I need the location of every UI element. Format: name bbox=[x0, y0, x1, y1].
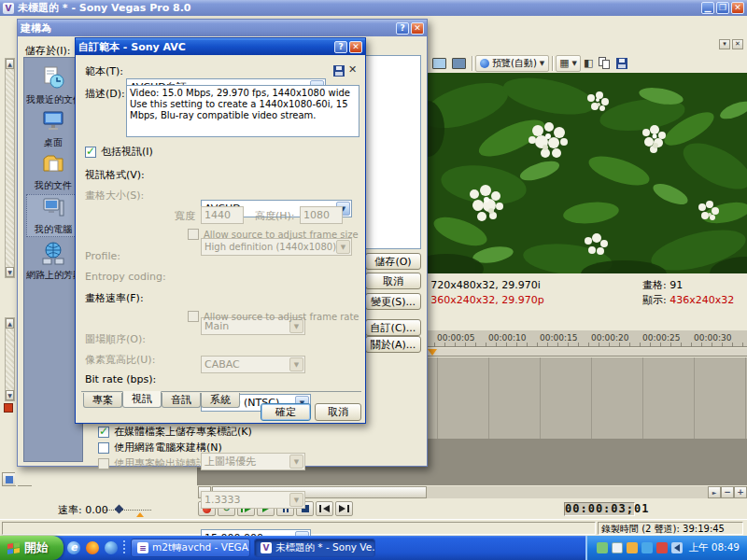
checkbox-icon[interactable] bbox=[98, 442, 109, 454]
ok-button[interactable]: 確定 bbox=[261, 403, 311, 421]
include-video-checkbox[interactable]: 包括視訊(I) bbox=[85, 145, 153, 159]
save-markers-checkbox[interactable]: 在媒體檔案上儲存專案標記(K) bbox=[98, 425, 252, 439]
checkbox-icon[interactable] bbox=[98, 427, 109, 438]
tab-project[interactable]: 專案 bbox=[83, 393, 122, 408]
custom-template-button[interactable]: 自訂(C)... bbox=[365, 319, 421, 336]
template-label: 範本(T): bbox=[85, 64, 123, 78]
tab-audio[interactable]: 音訊 bbox=[162, 393, 201, 408]
ruler-label: 00:00:30 bbox=[694, 333, 731, 343]
timecode-display[interactable]: 00:00:03;01 bbox=[564, 502, 635, 516]
video-output-icon[interactable] bbox=[449, 55, 469, 72]
save-template-icon[interactable] bbox=[331, 62, 347, 79]
place-my-documents[interactable]: 我的文件 bbox=[26, 151, 80, 192]
preview-quality-icon bbox=[480, 59, 489, 68]
rate-label: 速率: 0.00 bbox=[58, 503, 108, 517]
save-button[interactable]: 儲存(O) bbox=[365, 253, 421, 270]
pin-icon[interactable]: ▾ bbox=[719, 39, 730, 49]
help-icon[interactable]: ? bbox=[396, 22, 409, 35]
about-button[interactable]: 關於(A)... bbox=[365, 336, 421, 353]
go-to-end-button[interactable] bbox=[335, 501, 353, 516]
render-dialog-title: 建構為 bbox=[21, 21, 51, 35]
place-my-computer[interactable]: 我的電腦 bbox=[26, 194, 80, 237]
save-frame-icon[interactable] bbox=[613, 55, 630, 72]
checkbox-icon[interactable] bbox=[85, 147, 96, 158]
tray-icon[interactable] bbox=[612, 542, 623, 553]
pixel-aspect-combo: 1.3333▼ bbox=[201, 491, 305, 509]
recent-documents-icon bbox=[41, 65, 65, 90]
ruler-label: 00:00:15 bbox=[540, 333, 577, 343]
taskbar-task-2[interactable]: V 未標題的 * - Sony Ve... bbox=[254, 539, 375, 557]
zoom-in-button[interactable]: + bbox=[734, 486, 747, 498]
place-network[interactable]: 網路上的芳鄰 bbox=[26, 241, 80, 282]
vegas-app-icon: V bbox=[261, 542, 272, 553]
ruler-label: 00:00:05 bbox=[437, 333, 474, 343]
split-screen-icon[interactable]: ◧ bbox=[581, 55, 596, 72]
dock-scrollbar[interactable]: ▲▼ bbox=[5, 58, 15, 278]
custom-template-dialog: 自訂範本 - Sony AVC ? ✕ 範本(T): AVCHD自訂▼ ✕ 描述… bbox=[75, 37, 366, 424]
volume-icon[interactable] bbox=[671, 542, 683, 553]
firefox-icon[interactable] bbox=[86, 541, 99, 554]
close-button[interactable]: ✕ bbox=[731, 2, 744, 14]
tray-icon[interactable] bbox=[627, 542, 638, 553]
place-recent[interactable]: 我最近的文件 bbox=[26, 65, 80, 106]
place-desktop[interactable]: 桌面 bbox=[26, 108, 80, 149]
preview-quality-button[interactable]: 預覽(自動) ▼ bbox=[475, 55, 549, 72]
cancel-button[interactable]: 取消 bbox=[365, 273, 421, 289]
internet-explorer-icon[interactable]: e bbox=[67, 541, 80, 554]
zoom-out-button[interactable]: − bbox=[721, 486, 734, 498]
frame-size-label: 畫格大小(S): bbox=[85, 189, 144, 203]
ruler-label: 00:00:20 bbox=[591, 333, 628, 343]
taskbar-task-1[interactable]: ≡ m2t轉avchd - VEGA... bbox=[131, 539, 250, 557]
description-box[interactable]: Video: 15.0 Mbps, 29.970 fps, 1440x1080 … bbox=[126, 85, 359, 137]
scroll-down-icon[interactable]: ▼ bbox=[6, 390, 14, 400]
tray-icon[interactable] bbox=[641, 542, 653, 553]
external-monitor-icon[interactable] bbox=[430, 55, 449, 72]
tab-video[interactable]: 視訊 bbox=[122, 391, 162, 408]
help-icon[interactable]: ? bbox=[334, 41, 347, 53]
copy-frame-icon[interactable] bbox=[596, 55, 613, 72]
field-order-combo: 上圖場優先▼ bbox=[201, 453, 305, 470]
frame-value: 91 bbox=[669, 279, 683, 291]
scroll-up-icon[interactable]: ▲ bbox=[6, 318, 14, 329]
profile-label: Profile: bbox=[85, 250, 120, 262]
project-format-value: 720x480x32, 29.970i bbox=[430, 279, 541, 291]
change-button[interactable]: 變更(S)... bbox=[365, 293, 421, 310]
scroll-down-icon[interactable]: ▼ bbox=[6, 267, 14, 277]
tab-system[interactable]: 系統 bbox=[201, 393, 240, 408]
maximize-button[interactable]: ❐ bbox=[716, 2, 729, 14]
ruler-label: 00:00:10 bbox=[488, 333, 526, 343]
rate-slider-track[interactable] bbox=[103, 510, 151, 511]
width-label: 寬度 bbox=[175, 209, 195, 223]
close-icon[interactable]: ✕ bbox=[349, 41, 362, 53]
preview-toolbar: 預覽(自動) ▼ ▦▼ ◧ bbox=[430, 53, 745, 73]
main-window-title: 未標題的 * - Sony Vegas Pro 8.0 bbox=[18, 1, 191, 15]
width-field: 1440 bbox=[201, 206, 244, 224]
overlay-grid-button[interactable]: ▦▼ bbox=[556, 55, 581, 72]
system-tray: 上午 08:49 bbox=[585, 536, 747, 560]
go-to-start-button[interactable] bbox=[316, 501, 333, 516]
tray-icon[interactable] bbox=[656, 542, 668, 553]
checkbox-icon bbox=[98, 458, 109, 469]
media-player-icon[interactable] bbox=[105, 541, 118, 554]
tray-icon[interactable] bbox=[597, 542, 608, 553]
minimize-button[interactable]: ▁ bbox=[701, 2, 714, 14]
close-icon[interactable]: ✕ bbox=[732, 39, 743, 49]
start-button[interactable]: 開始 bbox=[0, 536, 63, 560]
scroll-right-icon[interactable]: ► bbox=[708, 486, 721, 498]
panel-icon[interactable] bbox=[4, 403, 13, 413]
taskbar-clock[interactable]: 上午 08:49 bbox=[688, 541, 740, 554]
rate-slider-thumb[interactable] bbox=[115, 505, 124, 514]
render-dialog-titlebar[interactable]: 建構為 ? ✕ bbox=[18, 20, 427, 36]
delete-template-icon[interactable]: ✕ bbox=[348, 63, 357, 76]
video-format-label: 視訊格式(V): bbox=[85, 168, 145, 182]
dock-scrollbar-lower[interactable]: ▲▼ bbox=[5, 317, 15, 401]
template-dialog-titlebar[interactable]: 自訂範本 - Sony AVC ? ✕ bbox=[76, 38, 365, 55]
close-icon[interactable]: ✕ bbox=[411, 22, 424, 35]
dock-tab-button[interactable] bbox=[2, 472, 16, 486]
allow-frame-size-checkbox: Allow source to adjust frame size bbox=[188, 229, 359, 240]
cancel-button[interactable]: 取消 bbox=[315, 403, 361, 421]
scroll-up-icon[interactable]: ▲ bbox=[6, 59, 14, 69]
entropy-coding-label: Entropy coding: bbox=[85, 271, 166, 283]
playback-cursor-icon[interactable] bbox=[428, 349, 437, 356]
main-window-titlebar[interactable]: V 未標題的 * - Sony Vegas Pro 8.0 ▁ ❐ ✕ bbox=[0, 0, 747, 16]
